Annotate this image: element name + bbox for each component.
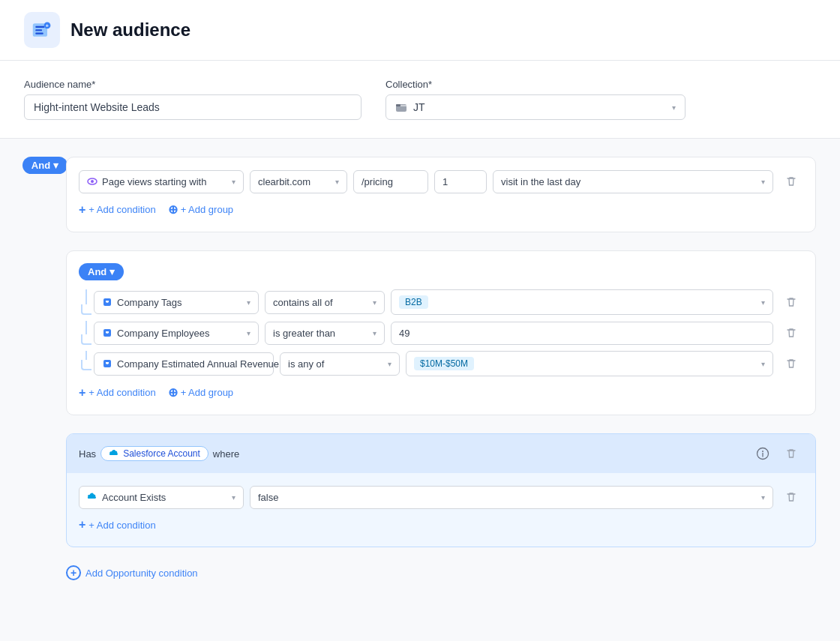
svg-rect-3 [35, 33, 44, 34]
company-employees-field-select[interactable]: Company Employees ▾ [94, 322, 259, 345]
flag-icon-2 [102, 328, 112, 338]
svg-text:+: + [46, 23, 49, 28]
account-exists-value-select[interactable]: false ▾ [250, 486, 773, 509]
group2-and-badge[interactable]: And ▾ [79, 263, 124, 280]
group2-add-group-button[interactable]: ⊕ + Add group [168, 382, 233, 403]
company-tags-value-select[interactable]: B2B ▾ [391, 289, 773, 315]
company-revenue-operator-select[interactable]: is any of ▾ [280, 352, 400, 376]
svg-rect-7 [396, 104, 400, 106]
has-header: Has Salesforce Account where [67, 434, 815, 473]
page-title: New audience [70, 19, 190, 40]
root-and-chevron: ▾ [53, 160, 58, 171]
audience-name-label: Audience name* [24, 79, 362, 90]
delete-tags-condition-button[interactable] [779, 290, 803, 314]
trash-icon-6 [785, 491, 797, 503]
collection-value: JT [413, 101, 425, 113]
group-card-2: And ▾ [66, 250, 816, 415]
root-and-badge[interactable]: And ▾ [22, 157, 68, 174]
form-section: Audience name* Collection* JT ▾ [0, 61, 840, 139]
condition-row-revenue: Company Estimated Annual Revenue ▾ is an… [94, 351, 803, 376]
condition-row-revenue-wrap: Company Estimated Annual Revenue ▾ is an… [79, 351, 803, 376]
delete-employees-condition-button[interactable] [779, 321, 803, 345]
flag-icon-1 [102, 297, 112, 307]
info-icon [756, 447, 770, 460]
tree-connector-2 [79, 321, 94, 345]
group2-add-condition-button[interactable]: + + Add condition [79, 382, 156, 403]
pageviews-path-input[interactable]: /pricing [353, 170, 428, 193]
collection-group: Collection* JT ▾ [386, 79, 686, 120]
svg-point-9 [91, 180, 94, 183]
tree-connector-3 [79, 351, 94, 376]
audience-name-group: Audience name* [24, 79, 362, 120]
svg-rect-1 [35, 26, 44, 28]
condition-row-employees-wrap: Company Employees ▾ is greater than ▾ 49 [79, 321, 803, 345]
company-employees-value-input[interactable]: 49 [391, 322, 773, 345]
has-body: Account Exists ▾ false ▾ [67, 473, 815, 547]
trash-icon-3 [785, 327, 797, 339]
add-condition-salesforce-button[interactable]: + + Add condition [79, 515, 156, 535]
condition-row-tags-wrap: Company Tags ▾ contains all of ▾ B2B ▾ [79, 289, 803, 315]
salesforce-info-button[interactable] [752, 443, 773, 464]
eye-icon [87, 176, 98, 187]
pageviews-period-select[interactable]: visit in the last day ▾ [493, 170, 773, 193]
audience-name-input[interactable] [24, 94, 362, 120]
add-opportunity-row: + Add Opportunity condition [66, 556, 816, 583]
add-opportunity-icon: + [66, 565, 81, 580]
condition-row-pageviews: Page views starting with ▾ clearbit.com … [79, 169, 803, 193]
tree-connector-1 [79, 289, 94, 315]
trash-icon-2 [785, 296, 797, 308]
delete-account-condition-button[interactable] [779, 485, 803, 509]
pageviews-field-select[interactable]: Page views starting with ▾ [79, 170, 244, 193]
salesforce-icon [109, 448, 119, 459]
condition-row-account: Account Exists ▾ false ▾ [79, 485, 803, 509]
salesforce-icon-small [87, 492, 98, 502]
pageviews-field-chevron: ▾ [232, 178, 236, 186]
trash-icon-4 [785, 358, 797, 370]
collection-label: Collection* [386, 79, 686, 90]
group-card-3: Has Salesforce Account where [66, 433, 816, 547]
condition-row-employees: Company Employees ▾ is greater than ▾ 49 [94, 321, 803, 345]
company-revenue-field-select[interactable]: Company Estimated Annual Revenue ▾ [94, 352, 274, 376]
trash-icon-5 [785, 448, 797, 460]
main-content: And ▾ Page views starting [0, 139, 840, 601]
page-header: + New audience [0, 0, 840, 61]
group1-add-condition-button[interactable]: + + Add condition [79, 199, 156, 220]
collection-select[interactable]: JT ▾ [386, 94, 686, 120]
delete-revenue-condition-button[interactable] [779, 352, 803, 376]
trash-icon [785, 175, 797, 187]
pageviews-domain-select[interactable]: clearbit.com ▾ [250, 170, 347, 193]
company-revenue-value-select[interactable]: $10M-$50M ▾ [406, 351, 773, 376]
pageviews-count-input[interactable] [434, 170, 487, 193]
condition-row-tags: Company Tags ▾ contains all of ▾ B2B ▾ [94, 289, 803, 315]
svg-rect-2 [35, 29, 42, 31]
b2b-tag: B2B [399, 295, 428, 309]
header-icon: + [24, 12, 60, 48]
delete-salesforce-group-button[interactable] [779, 442, 803, 466]
group1-add-buttons: + + Add condition ⊕ + Add group [79, 199, 803, 220]
root-rail: And ▾ [24, 157, 66, 186]
group1-add-group-button[interactable]: ⊕ + Add group [168, 199, 233, 220]
where-label: where [213, 448, 239, 460]
add-opportunity-label[interactable]: Add Opportunity condition [86, 568, 198, 579]
account-exists-field-select[interactable]: Account Exists ▾ [79, 486, 244, 509]
root-and-wrap: And ▾ Page views starting [24, 157, 816, 583]
group-card-1: Page views starting with ▾ clearbit.com … [66, 157, 816, 232]
company-tags-field-select[interactable]: Company Tags ▾ [94, 291, 259, 314]
revenue-tag: $10M-$50M [414, 357, 474, 370]
group2-add-buttons: + + Add condition ⊕ + Add group [79, 382, 803, 403]
company-tags-operator-select[interactable]: contains all of ▾ [265, 291, 385, 314]
delete-pageviews-condition-button[interactable] [779, 169, 803, 193]
collection-chevron: ▾ [672, 103, 676, 112]
groups-column: Page views starting with ▾ clearbit.com … [66, 157, 816, 583]
has-label: Has [79, 448, 96, 460]
flag-icon-3 [102, 358, 112, 369]
company-employees-operator-select[interactable]: is greater than ▾ [265, 322, 385, 345]
svg-point-14 [762, 451, 764, 452]
salesforce-badge: Salesforce Account [100, 446, 208, 461]
